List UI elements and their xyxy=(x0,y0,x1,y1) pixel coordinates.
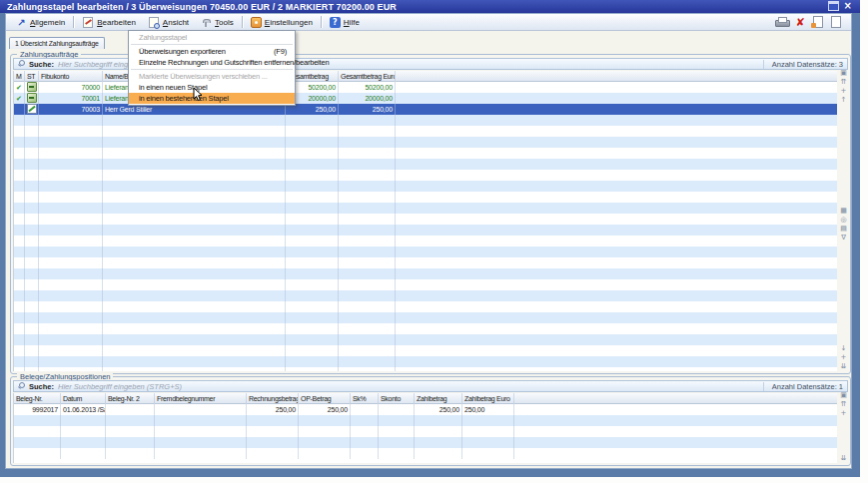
search-icon xyxy=(18,60,26,68)
table-row-empty[interactable] xyxy=(14,367,837,371)
table-row-empty[interactable] xyxy=(14,301,837,312)
column-header-zahlbetrag[interactable]: Zahlbetrag xyxy=(415,393,462,404)
menu-item-einzelne-rechnungen[interactable]: Einzelne Rechnungen und Gutschriften ent… xyxy=(129,57,295,68)
tools-icon xyxy=(201,17,212,28)
toolbar-separator xyxy=(242,16,243,28)
table-row-empty[interactable] xyxy=(14,426,837,437)
menu-separator xyxy=(131,44,293,45)
insert-row-icon[interactable]: + xyxy=(841,87,847,96)
table-row-empty[interactable] xyxy=(14,126,837,137)
settings-icon xyxy=(251,17,262,28)
delete-icon[interactable]: ✘ xyxy=(796,17,805,28)
table-row-empty[interactable] xyxy=(14,181,837,192)
table-row[interactable]: 9992017 01.06.2013 /Sa 250,00 250,00 250… xyxy=(14,404,837,415)
grid-view-icon[interactable]: ▦ xyxy=(840,207,847,216)
table-row-empty[interactable] xyxy=(14,137,837,148)
menu-item-ueberweisungen-exportieren[interactable]: Überweisungen exportieren (F9) xyxy=(129,46,295,57)
menu-shortcut: (F9) xyxy=(274,46,287,57)
edit-status-icon xyxy=(27,104,37,114)
table-row-empty[interactable] xyxy=(14,192,837,203)
menu-item-bestehender-stapel[interactable]: in einen bestehenden Stapel xyxy=(129,93,295,104)
table-row-empty[interactable] xyxy=(14,334,837,345)
view-icon xyxy=(149,17,159,28)
tab-bar: 1 Übersicht Zahlungsaufträge xyxy=(9,37,105,49)
payments-record-count: Anzahl Datensätze: 3 xyxy=(763,60,843,69)
scroll-bottom-icon[interactable]: ⇊ xyxy=(841,362,847,371)
scroll-bottom-icon[interactable]: ⇊ xyxy=(841,454,847,463)
menu-einstellungen[interactable]: Einstellungen xyxy=(245,16,319,29)
table-row-empty[interactable] xyxy=(14,225,837,236)
menu-hilfe[interactable]: ? Hilfe xyxy=(324,16,366,29)
menu-item-markierte-verschieben: Markierte Überweisungen verschieben ... xyxy=(129,71,295,82)
table-corner-icon[interactable]: ▣ xyxy=(840,69,847,78)
column-header-fremdbelegnummer[interactable]: Fremdbelegnummer xyxy=(155,393,247,404)
table-row-empty[interactable] xyxy=(14,159,837,170)
help-icon: ? xyxy=(330,17,341,28)
column-header-filler xyxy=(396,71,837,82)
table-row-empty[interactable] xyxy=(14,356,837,367)
positions-table-header: Beleg-Nr. Datum Beleg-Nr. 2 Fremdbelegnu… xyxy=(14,393,837,404)
column-header-zahlbetrag-euro[interactable]: Zahlbetrag Euro xyxy=(462,393,514,404)
tools-dropdown-menu: Zahlungsstapel Überweisungen exportieren… xyxy=(128,30,296,106)
menu-allgemein[interactable]: ↗ Allgemein xyxy=(10,16,71,29)
column-header-datum[interactable]: Datum xyxy=(61,393,106,404)
marked-check-icon: ✔ xyxy=(16,95,22,103)
scroll-down-icon[interactable]: ↓ xyxy=(841,344,847,353)
insert-row-icon[interactable]: + xyxy=(841,409,847,418)
table-row-empty[interactable] xyxy=(14,415,837,426)
column-header-rechnungsbetrag[interactable]: Rechnungsbetrag xyxy=(247,393,299,404)
column-header-fibukonto[interactable]: Fibukonto xyxy=(39,71,103,82)
table-row-empty[interactable] xyxy=(14,312,837,323)
table-row-empty[interactable] xyxy=(14,236,837,246)
new-document-icon[interactable] xyxy=(831,16,841,28)
table-row-empty[interactable] xyxy=(14,268,837,279)
table-row-empty[interactable] xyxy=(14,448,837,459)
payments-side-toolbar: ▣ ⇈ + ↑ ▦ ◎ ▤ ∇ ↓ + ⇊ xyxy=(838,69,849,371)
window-title: Zahlungsstapel bearbeiten / 3 Überweisun… xyxy=(0,2,397,12)
menu-separator xyxy=(131,69,293,70)
append-row-icon[interactable]: + xyxy=(841,353,847,362)
table-row-empty[interactable] xyxy=(14,115,837,126)
table-search-icon[interactable]: ◎ xyxy=(840,216,846,225)
column-header-sk-prozent[interactable]: Sk% xyxy=(351,393,379,404)
table-row-empty[interactable] xyxy=(14,290,837,301)
filter-icon[interactable]: ∇ xyxy=(841,234,846,242)
scroll-up-icon[interactable]: ↑ xyxy=(841,96,847,105)
table-row-empty[interactable] xyxy=(14,257,837,268)
column-header-st[interactable]: ST xyxy=(25,71,39,82)
transfer-status-icon xyxy=(27,82,37,92)
scroll-top-icon[interactable]: ⇈ xyxy=(841,400,847,409)
print-icon[interactable] xyxy=(775,17,788,27)
restore-window-icon[interactable] xyxy=(828,1,839,11)
paste-document-icon[interactable] xyxy=(813,16,823,28)
column-header-filler xyxy=(514,393,837,404)
table-row-empty[interactable] xyxy=(14,170,837,181)
table-row-empty[interactable] xyxy=(14,279,837,290)
table-row-empty[interactable] xyxy=(14,246,837,257)
menu-ansicht[interactable]: Ansicht xyxy=(142,16,195,29)
close-window-icon[interactable]: × xyxy=(844,1,852,11)
scroll-top-icon[interactable]: ⇈ xyxy=(841,78,847,87)
menu-tools[interactable]: Tools xyxy=(195,16,240,29)
column-header-op-betrag[interactable]: OP-Betrag xyxy=(299,393,351,404)
row-view-icon[interactable]: ▤ xyxy=(840,225,847,234)
menu-bar: ↗ Allgemein Bearbeiten Ansicht Tools xyxy=(6,14,851,31)
menu-item-neuer-stapel[interactable]: in einen neuen Stapel xyxy=(129,82,295,93)
table-corner-icon[interactable]: ▣ xyxy=(840,391,847,400)
table-row-empty[interactable] xyxy=(14,437,837,448)
menu-bearbeiten[interactable]: Bearbeiten xyxy=(76,16,142,29)
column-header-beleg-nr[interactable]: Beleg-Nr. xyxy=(14,393,61,404)
column-header-skonto[interactable]: Skonto xyxy=(379,393,415,404)
positions-side-toolbar: ▣ ⇈ + ⇊ xyxy=(838,391,849,463)
positions-search-input[interactable]: Hier Suchbegriff eingeben (STRG+S) xyxy=(58,382,763,391)
column-header-gesamtbetrag-euro[interactable]: Gesamtbetrag Euro xyxy=(339,71,396,82)
table-row-empty[interactable] xyxy=(14,148,837,159)
table-row-empty[interactable] xyxy=(14,345,837,356)
table-row-empty[interactable] xyxy=(14,323,837,334)
table-row-empty[interactable] xyxy=(14,214,837,225)
mouse-cursor xyxy=(193,87,205,103)
column-header-beleg-nr-2[interactable]: Beleg-Nr. 2 xyxy=(106,393,155,404)
tab-uebersicht-zahlungsauftraege[interactable]: 1 Übersicht Zahlungsaufträge xyxy=(9,37,105,49)
column-header-m[interactable]: M xyxy=(14,71,25,82)
table-row-empty[interactable] xyxy=(14,203,837,214)
